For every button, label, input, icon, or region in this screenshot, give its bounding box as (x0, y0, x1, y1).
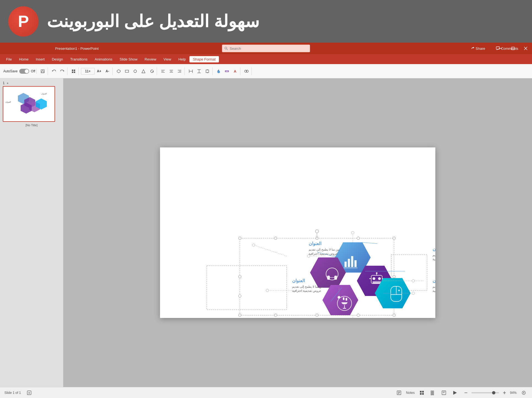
notes-button[interactable] (395, 389, 403, 397)
shape-button-4[interactable] (140, 67, 147, 75)
text-color-button[interactable]: A (231, 67, 239, 75)
align-center-button[interactable] (167, 67, 175, 75)
zoom-slider[interactable] (471, 392, 499, 393)
line-color-button[interactable] (223, 67, 231, 75)
svg-point-59 (274, 237, 277, 240)
window-controls (494, 43, 532, 54)
menu-bar: File Home Insert Design Transitions Anim… (0, 54, 532, 64)
search-box[interactable] (222, 45, 310, 52)
svg-rect-37 (225, 71, 229, 72)
status-bar: Slide 1 of 1 Notes (0, 387, 532, 398)
svg-point-87 (378, 277, 381, 280)
accessibility-button[interactable] (25, 389, 33, 397)
zoom-percent: 94% (510, 391, 517, 395)
menu-file[interactable]: File (3, 56, 15, 62)
rotate-button[interactable] (148, 67, 156, 75)
menu-help[interactable]: Help (175, 56, 189, 62)
svg-text:عروض تقديمية احترافية: عروض تقديمية احترافية (433, 289, 435, 293)
menu-transitions[interactable]: Transitions (67, 56, 91, 62)
slide-thumb-diagram: العنوان العنوان (6, 89, 52, 119)
close-button[interactable] (519, 43, 532, 54)
menu-review[interactable]: Review (141, 56, 160, 62)
search-icon (224, 46, 228, 50)
minimize-button[interactable] (494, 43, 507, 54)
menu-slideshow[interactable]: Slide Show (116, 56, 141, 62)
zoom-out-button[interactable] (462, 389, 470, 397)
autosave-control: AutoSave Off (3, 69, 35, 74)
save-button[interactable] (39, 67, 47, 75)
close-icon (524, 47, 527, 50)
svg-rect-80 (343, 297, 344, 300)
shape-button-1[interactable] (115, 67, 123, 75)
app-title: سهولة التعديل على البوربوينت (47, 11, 259, 31)
app-logo: P (8, 6, 39, 37)
svg-point-64 (357, 314, 360, 317)
redo-button[interactable] (58, 67, 66, 75)
shape-button-2[interactable] (123, 67, 131, 75)
svg-rect-68 (344, 262, 347, 267)
distribute-h-button[interactable] (187, 67, 195, 75)
search-input[interactable] (230, 46, 308, 51)
zoom-in-button[interactable] (501, 389, 508, 397)
size-position-button[interactable] (203, 67, 211, 75)
menu-design[interactable]: Design (48, 56, 66, 62)
svg-rect-141 (422, 391, 424, 392)
svg-point-16 (134, 70, 137, 73)
align-left-button[interactable] (159, 67, 167, 75)
svg-rect-143 (422, 393, 424, 395)
autosave-state: Off (31, 69, 35, 73)
fit-slide-button[interactable] (520, 389, 528, 397)
svg-point-90 (376, 272, 378, 274)
svg-rect-49 (207, 266, 287, 310)
svg-point-58 (393, 314, 395, 317)
slide-sorter-button[interactable] (429, 389, 437, 397)
menu-insert[interactable]: Insert (32, 56, 48, 62)
align-right-button[interactable] (176, 67, 183, 75)
effects-button[interactable] (243, 67, 250, 75)
svg-point-57 (316, 314, 318, 317)
reading-view-icon (441, 390, 446, 395)
svg-text:من منا لا يطمح إلى تقديم: من منا لا يطمح إلى تقديم (309, 248, 340, 251)
slide-thumb-inner: العنوان العنوان (3, 87, 55, 121)
toolbar-group-color: A (214, 67, 240, 75)
svg-point-86 (373, 277, 375, 280)
svg-rect-69 (348, 259, 350, 267)
menu-home[interactable]: Home (16, 56, 32, 62)
svg-line-128 (362, 242, 378, 244)
undo-button[interactable] (50, 67, 58, 75)
slide-canvas[interactable]: العنوان من منا لا يطمح إلى تقديم عروض تق… (63, 78, 532, 387)
share-button[interactable]: Share (468, 46, 488, 51)
toolbar-group-font: 11+ A+ A- (80, 67, 113, 75)
slide-content[interactable]: العنوان من منا لا يطمح إلى تقديم عروض تق… (160, 147, 435, 318)
fill-color-button[interactable] (215, 67, 222, 75)
slideshow-button[interactable] (451, 389, 459, 397)
reading-view-button[interactable] (440, 389, 448, 397)
menu-view[interactable]: View (160, 56, 175, 62)
window-title: Presentation1 - PowerPoint (55, 46, 99, 51)
view-toggle-button[interactable] (70, 67, 77, 75)
zoom-control: 94% (462, 389, 517, 397)
normal-view-button[interactable] (418, 389, 426, 397)
restore-button[interactable] (507, 43, 519, 54)
title-part1: سهولة التعديل على (119, 12, 259, 31)
svg-marker-153 (453, 391, 457, 395)
svg-text:من منا لا يطمح إلى تقديم: من منا لا يطمح إلى تقديم (433, 253, 435, 257)
svg-text:عروض تقديمية احترافية: عروض تقديمية احترافية (292, 289, 321, 293)
slide-number: 1 (3, 81, 5, 85)
font-size-selector[interactable]: 11+ (81, 68, 95, 75)
font-decrease-button[interactable]: A- (104, 67, 111, 75)
svg-point-40 (246, 70, 248, 72)
menu-shapeformat[interactable]: Shape Format (189, 56, 219, 62)
svg-rect-11 (74, 70, 75, 71)
autosave-toggle[interactable] (19, 69, 29, 74)
menu-animations[interactable]: Animations (91, 56, 116, 62)
svg-text:العنوان: العنوان (6, 101, 11, 103)
distribute-v-button[interactable] (195, 67, 203, 75)
svg-text:العنوان: العنوان (433, 247, 435, 252)
share-icon (471, 46, 474, 50)
shape-button-3[interactable] (131, 67, 139, 75)
accessibility-icon (27, 390, 32, 395)
slide-thumbnail[interactable]: العنوان العنوان (3, 86, 55, 122)
font-increase-button[interactable]: A+ (95, 67, 103, 75)
status-right: Notes (395, 389, 528, 397)
